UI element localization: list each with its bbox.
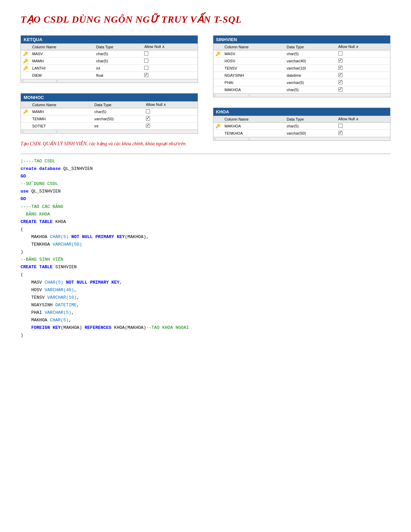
cell-type: varchar(50) xyxy=(285,130,336,137)
cell-colname: NGAYSINH xyxy=(223,72,285,79)
right-tables: SINHVIEN Column Name Data Type Allow Nul… xyxy=(213,35,390,141)
code-line: MAKHOA CHAR(5) NOT NULL PRIMARY KEY(MAKH… xyxy=(21,233,390,241)
cell-type: varchar(50) xyxy=(92,115,144,123)
cell-type: char(5) xyxy=(94,58,142,65)
code-line: BẢNG KHOA xyxy=(21,211,390,218)
cell-type: char(5) xyxy=(285,50,336,58)
table-row: DIEM float xyxy=(21,72,198,79)
col-header-name: Column Name xyxy=(223,44,285,50)
table-sinhvien-header: SINHVIEN xyxy=(213,36,390,44)
table-row: 🔑 MASV char(5) xyxy=(21,50,198,58)
page-title: TẠO CSDL DÙNG NGÔN NGỮ TRUY VẤN T-SQL xyxy=(21,14,390,25)
code-line: MAKHOA CHAR(5), xyxy=(21,317,390,324)
checkbox-empty xyxy=(338,51,342,55)
cell-type: datetime xyxy=(285,72,336,79)
col-header-type: Data Type xyxy=(285,116,336,123)
checkbox-checked xyxy=(338,73,342,77)
cell-colname: MAKHOA xyxy=(223,123,285,130)
code-line: CREATE TABLE SINHVIEN xyxy=(21,263,390,271)
col-header-type: Data Type xyxy=(285,44,336,50)
cell-type: char(5) xyxy=(94,50,142,58)
cell-colname: PHAI xyxy=(223,79,285,86)
table-ketqua: KETQUA Column Name Data Type Allow Null … xyxy=(21,35,198,83)
key-icon: 🔑 xyxy=(23,59,28,63)
code-line: ) xyxy=(21,248,390,256)
col-header-null: Allow Null ∧ xyxy=(336,116,390,123)
checkbox-checked xyxy=(144,73,148,77)
table-row: 🔑 MAMH char(5) xyxy=(21,108,198,115)
cell-type: int xyxy=(92,123,144,130)
scrollbar[interactable]: < > xyxy=(213,94,390,97)
code-line: TENKHOA VARCHAR(50) xyxy=(21,241,390,248)
code-line: use QL_SINHVIEN xyxy=(21,188,390,195)
checkbox-checked xyxy=(146,116,150,121)
col-header-name: Column Name xyxy=(30,44,94,50)
checkbox-empty xyxy=(144,66,148,70)
code-line: NGAYSINH DATETIME, xyxy=(21,301,390,309)
table-khoa: KHOA Column Name Data Type Allow Null ∧ … xyxy=(213,108,390,141)
code-line: CREATE TABLE KHOA xyxy=(21,218,390,226)
table-row: SOTIET int xyxy=(21,123,198,130)
table-sinhvien: SINHVIEN Column Name Data Type Allow Nul… xyxy=(213,35,390,97)
col-header-null: Allow Null ∧ xyxy=(142,44,198,50)
col-header-name: Column Name xyxy=(223,116,285,123)
key-icon: 🔑 xyxy=(215,51,221,56)
code-line: PHAI VARCHAR(5), xyxy=(21,309,390,317)
cell-colname: MASV xyxy=(30,50,94,58)
scrollbar[interactable]: < > xyxy=(21,130,198,133)
table-row: TENMH varchar(50) xyxy=(21,115,198,123)
checkbox-empty xyxy=(144,59,148,63)
code-line: ( xyxy=(21,271,390,279)
checkbox-checked xyxy=(338,66,342,70)
checkbox-checked xyxy=(338,59,342,63)
code-line: FOREIGN KEY(MAKHOA) REFERENCES KHOA(MAKH… xyxy=(21,324,390,332)
code-line: create database QL_SINHVIEN xyxy=(21,165,390,173)
table-row: 🔑 MASV char(5) xyxy=(213,50,390,58)
scrollbar[interactable]: < > xyxy=(213,137,390,140)
cell-colname: MAKHOA xyxy=(223,86,285,94)
col-header-null: Allow Null ∧ xyxy=(336,44,390,50)
checkbox-checked xyxy=(338,131,342,135)
table-monhoc-header: MONHOC xyxy=(21,94,198,101)
key-icon: 🔑 xyxy=(23,109,28,114)
code-line: GO xyxy=(21,173,390,180)
table-ketqua-header: KETQUA xyxy=(21,36,198,44)
cell-colname: DIEM xyxy=(30,72,94,79)
cell-colname: SOTIET xyxy=(30,123,92,130)
checkbox-checked xyxy=(338,80,342,84)
scrollbar[interactable]: < > xyxy=(21,79,198,83)
table-row: NGAYSINH datetime xyxy=(213,72,390,79)
key-icon: 🔑 xyxy=(215,124,221,128)
cell-type: varchar(10) xyxy=(285,65,336,72)
cell-type: varchar(40) xyxy=(285,58,336,65)
cell-colname: TENMH xyxy=(30,115,92,123)
checkbox-empty xyxy=(146,109,150,113)
key-icon: 🔑 xyxy=(23,66,28,71)
cell-colname: MAMH xyxy=(30,108,92,115)
cell-type: char(5) xyxy=(285,86,336,94)
col-header-name: Column Name xyxy=(30,101,92,108)
table-khoa-header: KHOA xyxy=(213,108,390,116)
table-monhoc: MONHOC Column Name Data Type Allow Null … xyxy=(21,93,198,134)
checkbox-checked xyxy=(146,124,150,128)
code-block: |----TAO CSDL create database QL_SINHVIE… xyxy=(21,153,390,339)
col-header-null: Allow Null ∧ xyxy=(144,101,198,108)
code-line: ) xyxy=(21,332,390,339)
code-line: MASV CHAR(5) NOT NULL PRIMARY KEY, xyxy=(21,279,390,286)
cell-type: char(5) xyxy=(285,123,336,130)
col-header-type: Data Type xyxy=(94,44,142,50)
table-row: 🔑 MAMH char(5) xyxy=(21,58,198,65)
cell-colname: MASV xyxy=(223,50,285,58)
cell-colname: HOSV xyxy=(223,58,285,65)
cell-type: int xyxy=(94,65,142,72)
diagram-area: KETQUA Column Name Data Type Allow Null … xyxy=(21,35,390,141)
cell-colname: TENSV xyxy=(223,65,285,72)
description-text: Tạo CSDL QUẢN LÝ SINH VIÊN, các bảng và … xyxy=(21,141,390,147)
table-row: TENKHOA varchar(50) xyxy=(213,130,390,137)
table-row: 🔑 LANTHI int xyxy=(21,65,198,72)
code-line: --BẢNG SINH VIÊN xyxy=(21,256,390,263)
checkbox-checked xyxy=(338,87,342,91)
checkbox-empty xyxy=(338,124,342,128)
code-line: ----TAO CÁC BẢNG xyxy=(21,203,390,211)
table-row: 🔑 MAKHOA char(5) xyxy=(213,123,390,130)
